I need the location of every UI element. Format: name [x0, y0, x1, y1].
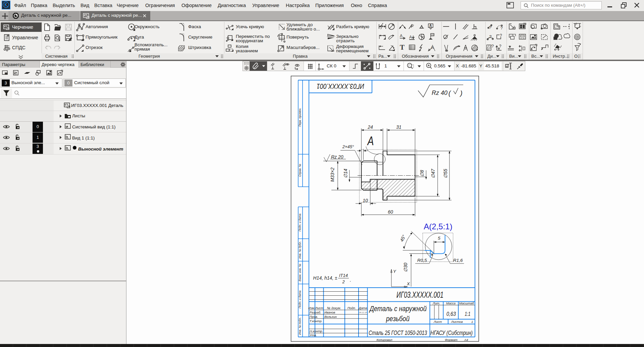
- svg-text:H14, h14, ±: H14, h14, ±: [313, 275, 337, 281]
- svg-text:R0,5: R0,5: [417, 258, 427, 263]
- svg-text:04.12.18: 04.12.18: [359, 311, 367, 313]
- svg-text:Инв. № дубл.: Инв. № дубл.: [298, 241, 302, 258]
- svg-text:): ): [460, 90, 463, 97]
- svg-text:24: 24: [367, 124, 373, 130]
- svg-text:Справ. №: Справ. №: [298, 164, 302, 177]
- svg-text:A: A: [431, 45, 434, 50]
- svg-text:ИГ03.XXXXX.001: ИГ03.XXXXX.001: [317, 82, 364, 91]
- svg-text:резьбой: резьбой: [386, 314, 410, 323]
- svg-text:A: A: [429, 24, 432, 27]
- svg-text:Масштаб: Масштаб: [459, 301, 474, 305]
- svg-text:Лист: Лист: [315, 306, 323, 310]
- svg-text:А: А: [367, 134, 374, 148]
- svg-text:Лист: Лист: [433, 320, 442, 324]
- svg-text:A: A: [409, 35, 412, 40]
- svg-text:?: ?: [491, 44, 494, 49]
- svg-text:10: 10: [363, 198, 368, 203]
- svg-text:2: 2: [342, 279, 345, 284]
- svg-text:Перв. примен.: Перв. примен.: [298, 108, 302, 127]
- svg-text:∅30: ∅30: [403, 263, 408, 272]
- svg-text:60: 60: [388, 209, 393, 215]
- svg-text:1: 1: [471, 320, 473, 324]
- svg-text:Дата: Дата: [358, 306, 367, 310]
- svg-text:5: 5: [438, 236, 440, 241]
- svg-text:?: ?: [500, 33, 502, 38]
- svg-text:A(2,5:1): A(2,5:1): [424, 222, 452, 231]
- svg-text:?: ?: [500, 26, 503, 31]
- svg-text:Инв. № подл.: Инв. № подл.: [298, 317, 302, 335]
- svg-text:IT14: IT14: [339, 273, 348, 278]
- svg-text:A: A: [400, 34, 402, 38]
- svg-text:Взам. инв. №: Взам. инв. №: [298, 264, 302, 282]
- svg-text:Изм.: Изм.: [308, 306, 315, 310]
- svg-text:Rz 40: Rz 40: [432, 90, 447, 96]
- svg-text:R1,6: R1,6: [453, 258, 463, 263]
- svg-text:Н.контр.: Н.контр.: [310, 329, 323, 333]
- svg-text:Сталь 25 ГОСТ 1050-2013: Сталь 25 ГОСТ 1050-2013: [369, 329, 427, 336]
- svg-text:М33×2: М33×2: [330, 167, 335, 182]
- svg-text:?: ?: [489, 34, 492, 39]
- svg-text:Листов: Листов: [451, 320, 463, 324]
- svg-text:∅14: ∅14: [343, 169, 348, 178]
- svg-text:Масса: Масса: [446, 301, 455, 305]
- svg-text:Вольхин: Вольхин: [324, 315, 337, 319]
- svg-text:Пров.: Пров.: [310, 315, 318, 319]
- svg-text:31: 31: [396, 124, 401, 130]
- svg-text:.: .: [350, 277, 351, 283]
- svg-text:А4: А4: [464, 338, 468, 342]
- svg-text:Лит.: Лит.: [432, 301, 440, 305]
- svg-text:T: T: [400, 43, 405, 51]
- svg-text:Утв.: Утв.: [309, 333, 317, 337]
- svg-text:Y: Y: [393, 269, 396, 274]
- svg-text:НГАСУ (Сибстрин): НГАСУ (Сибстрин): [430, 329, 473, 336]
- svg-text:∅47: ∅47: [430, 168, 436, 178]
- svg-text:1:1: 1:1: [465, 311, 471, 317]
- svg-text:X: X: [407, 281, 410, 286]
- svg-text:Иванов: Иванов: [324, 310, 335, 314]
- svg-text:Копировал: Копировал: [376, 338, 392, 342]
- svg-text:Rz 20: Rz 20: [331, 154, 343, 160]
- svg-text:Т.контр.: Т.контр.: [310, 319, 322, 323]
- svg-text:0,63: 0,63: [446, 311, 456, 317]
- svg-text:?: ?: [489, 25, 492, 30]
- svg-text:Формат: Формат: [445, 338, 458, 342]
- svg-text:Разраб.: Разраб.: [310, 310, 321, 314]
- svg-text:Подп. и дата: Подп. и дата: [298, 291, 302, 308]
- svg-text:№ докум.: № докум.: [327, 306, 341, 310]
- svg-text:?: ?: [499, 44, 501, 49]
- svg-text:Подп. и дата: Подп. и дата: [298, 214, 302, 231]
- svg-text:∅8: ∅8: [419, 170, 425, 177]
- svg-text:2×45°: 2×45°: [342, 144, 354, 149]
- svg-text:∅55: ∅55: [443, 169, 448, 178]
- svg-text:Деталь с наружной: Деталь с наружной: [369, 304, 427, 313]
- svg-text:ИГ03.XXXXX.001: ИГ03.XXXXX.001: [396, 290, 443, 299]
- svg-text:Подп.: Подп.: [347, 306, 356, 310]
